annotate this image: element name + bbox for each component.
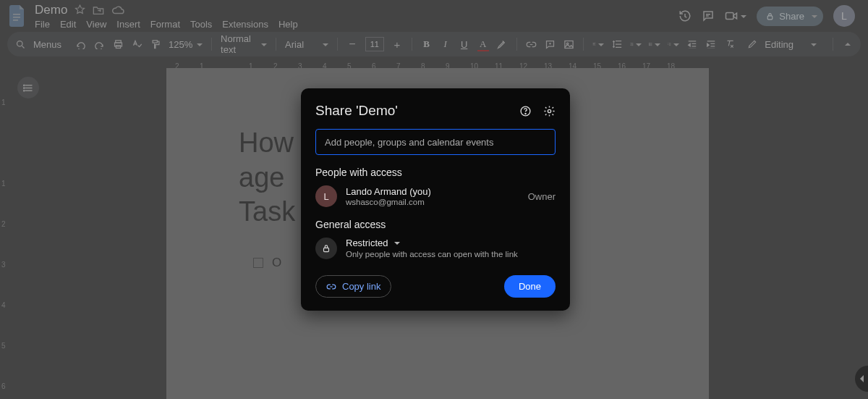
person-email: wshasco@gmail.com (346, 198, 431, 206)
done-button[interactable]: Done (504, 275, 556, 298)
person-name: Lando Armand (you) (346, 186, 431, 197)
svg-point-21 (548, 109, 550, 112)
access-level-label: Restricted (346, 238, 388, 248)
add-people-input[interactable] (315, 129, 556, 155)
person-row[interactable]: L Lando Armand (you) wshasco@gmail.com O… (315, 185, 556, 207)
svg-rect-22 (324, 248, 329, 251)
access-level-desc: Only people with access can open with th… (346, 250, 518, 259)
link-icon (326, 282, 336, 292)
svg-point-20 (525, 113, 526, 114)
help-icon[interactable] (519, 105, 532, 117)
dialog-title: Share 'Demo' (315, 103, 398, 119)
people-access-heading: People with access (315, 167, 556, 178)
settings-icon[interactable] (543, 105, 556, 117)
general-access-heading: General access (315, 219, 556, 230)
person-avatar: L (315, 185, 337, 207)
general-access-row: Restricted Only people with access can o… (315, 238, 556, 259)
person-role: Owner (528, 191, 556, 202)
copy-link-label: Copy link (342, 281, 380, 292)
copy-link-button[interactable]: Copy link (315, 275, 391, 298)
caret-down-icon (394, 238, 400, 248)
share-dialog: Share 'Demo' People with access L Lando … (301, 88, 570, 311)
lock-badge-icon (315, 238, 337, 259)
access-level-select[interactable]: Restricted (346, 238, 518, 248)
